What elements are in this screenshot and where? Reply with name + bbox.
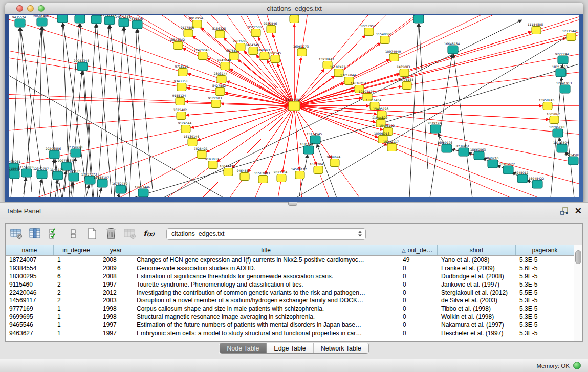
zoom-window-button[interactable]	[38, 5, 45, 12]
graph-node[interactable]	[198, 52, 207, 60]
graph-node[interactable]	[567, 33, 576, 41]
graph-node[interactable]	[37, 170, 47, 179]
table-row[interactable]: 1456911722003Disruption of a novel membe…	[6, 296, 574, 304]
graph-node[interactable]	[402, 82, 411, 90]
column-header-pagerank[interactable]: pagerank	[516, 245, 574, 255]
select-columns-button[interactable]	[48, 227, 61, 240]
graph-node[interactable]	[15, 19, 25, 27]
graph-node[interactable]	[71, 149, 81, 157]
table-row[interactable]: 1872400712008Changes of HCN gene express…	[6, 256, 574, 264]
graph-node[interactable]	[116, 185, 126, 193]
graph-node[interactable]	[400, 69, 409, 77]
column-header-in_degree[interactable]: in_degree	[54, 245, 99, 255]
graph-node[interactable]	[330, 159, 339, 167]
graph-node[interactable]	[459, 148, 469, 156]
graph-node[interactable]	[188, 139, 197, 146]
graph-node[interactable]	[97, 179, 107, 187]
new-table-button[interactable]	[85, 227, 99, 240]
graph-node[interactable]	[543, 102, 552, 110]
close-panel-icon[interactable]: ✕	[575, 207, 582, 215]
graph-node[interactable]	[37, 18, 47, 26]
graph-node[interactable]	[557, 144, 567, 152]
graph-node[interactable]	[389, 54, 399, 61]
graph-node[interactable]	[49, 150, 59, 159]
table-row[interactable]: 2242004622012Investigating the contribut…	[6, 289, 574, 297]
graph-node[interactable]	[413, 15, 424, 23]
column-header-out_de[interactable]: △out_de…	[399, 245, 438, 255]
graph-node[interactable]	[290, 15, 299, 23]
graph-node[interactable]	[215, 88, 225, 96]
table-row[interactable]: 911546021997Tourette syndrome. Phenomeno…	[6, 280, 574, 289]
function-builder-button[interactable]: f(x)	[142, 227, 156, 240]
graph-node[interactable]	[517, 174, 528, 183]
graph-node[interactable]	[211, 100, 221, 108]
graph-node[interactable]	[91, 15, 101, 24]
float-panel-icon[interactable]	[560, 207, 569, 215]
graph-node[interactable]	[560, 85, 570, 93]
graph-node[interactable]	[271, 55, 280, 63]
table-row[interactable]: 946362711997Embryonic stem cells: a mode…	[6, 329, 574, 337]
graph-node[interactable]	[217, 76, 226, 83]
graph-node[interactable]	[251, 29, 260, 37]
graph-node[interactable]	[104, 16, 115, 25]
graph-node[interactable]	[550, 116, 559, 124]
show-column-button[interactable]	[29, 227, 42, 240]
graph-node[interactable]	[442, 144, 452, 152]
graph-node[interactable]	[173, 42, 183, 50]
window-titlebar[interactable]: citations_edges.txt	[5, 3, 583, 14]
graph-node[interactable]	[215, 31, 225, 38]
graph-node[interactable]	[303, 146, 314, 154]
graph-node[interactable]	[184, 30, 193, 37]
graph-node[interactable]	[568, 157, 578, 165]
graph-hub-node[interactable]	[289, 101, 300, 111]
minimize-window-button[interactable]	[27, 5, 34, 12]
graph-node[interactable]	[138, 189, 148, 197]
graph-node[interactable]	[119, 18, 129, 27]
graph-node[interactable]	[176, 98, 185, 105]
table-row[interactable]: 977716911998Corpus callosum shape and si…	[6, 304, 574, 313]
graph-node[interactable]	[258, 176, 268, 183]
graph-node[interactable]	[488, 160, 498, 168]
graph-node[interactable]	[430, 125, 441, 133]
graph-node[interactable]	[53, 171, 63, 180]
graph-node[interactable]	[277, 174, 286, 182]
graph-node[interactable]	[448, 46, 458, 54]
graph-node[interactable]	[556, 69, 566, 77]
close-window-button[interactable]	[16, 5, 23, 12]
table-source-dropdown[interactable]: citations_edges.txt	[166, 228, 366, 240]
graph-node[interactable]	[503, 166, 513, 174]
graph-node[interactable]	[224, 168, 233, 176]
table-row[interactable]: 1830029562008Estimation of significance …	[6, 272, 574, 280]
graph-node[interactable]	[177, 83, 186, 91]
column-header-title[interactable]: title	[133, 245, 399, 255]
table-row[interactable]: 1938455462009Genome-wide association stu…	[6, 264, 574, 272]
graph-node[interactable]	[532, 27, 541, 34]
graph-node[interactable]	[9, 170, 19, 179]
table-row[interactable]: 946554611997Estimation of the future num…	[6, 321, 574, 329]
graph-node[interactable]	[532, 180, 542, 188]
tab-network-table[interactable]: Network Table	[314, 343, 368, 353]
delete-rows-button[interactable]	[104, 227, 118, 240]
graph-node[interactable]	[69, 173, 79, 181]
graph-node[interactable]	[380, 36, 389, 44]
network-canvas[interactable]: 9435574206914061065328713276026466140107…	[9, 15, 579, 197]
graph-node[interactable]	[387, 144, 397, 151]
graph-node[interactable]	[132, 20, 142, 29]
graph-node[interactable]	[178, 69, 187, 76]
graph-node[interactable]	[236, 43, 245, 51]
graph-node[interactable]	[21, 169, 32, 177]
column-header-name[interactable]: name	[6, 245, 54, 255]
graph-node[interactable]	[267, 26, 276, 33]
graph-node[interactable]	[558, 56, 568, 64]
graph-node[interactable]	[57, 15, 68, 23]
graph-node[interactable]	[181, 125, 190, 133]
graph-node[interactable]	[208, 161, 217, 169]
graph-node[interactable]	[240, 173, 249, 181]
graph-node[interactable]	[77, 62, 88, 71]
column-header-year[interactable]: year	[99, 245, 133, 255]
tab-node-table[interactable]: Node Table	[220, 343, 267, 353]
row-height-button[interactable]	[67, 227, 80, 240]
panel-resize-grip[interactable]	[288, 202, 297, 206]
graph-node[interactable]	[295, 171, 304, 179]
table-scrollbar-thumb[interactable]	[575, 250, 581, 264]
